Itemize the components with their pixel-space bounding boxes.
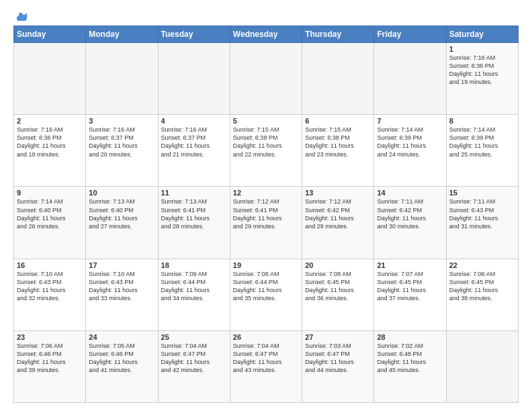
- day-number: 9: [17, 189, 83, 197]
- day-number: 21: [377, 261, 443, 269]
- calendar-cell: [374, 43, 446, 115]
- day-info: Sunrise: 7:13 AM Sunset: 6:41 PM Dayligh…: [161, 197, 227, 230]
- day-number: 18: [161, 261, 227, 269]
- day-number: 12: [233, 189, 299, 197]
- day-info: Sunrise: 7:02 AM Sunset: 6:48 PM Dayligh…: [377, 342, 443, 375]
- day-info: Sunrise: 7:06 AM Sunset: 6:46 PM Dayligh…: [17, 342, 83, 375]
- week-row-3: 9Sunrise: 7:14 AM Sunset: 6:40 PM Daylig…: [14, 187, 519, 259]
- day-number: 16: [17, 261, 83, 269]
- week-row-4: 16Sunrise: 7:10 AM Sunset: 6:43 PM Dayli…: [14, 259, 519, 330]
- calendar-cell: [14, 43, 86, 115]
- calendar-cell: 13Sunrise: 7:12 AM Sunset: 6:42 PM Dayli…: [302, 187, 374, 259]
- page: SundayMondayTuesdayWednesdayThursdayFrid…: [0, 0, 532, 411]
- calendar-cell: 7Sunrise: 7:14 AM Sunset: 6:39 PM Daylig…: [374, 115, 446, 187]
- calendar-cell: 19Sunrise: 7:08 AM Sunset: 6:44 PM Dayli…: [230, 259, 302, 330]
- day-info: Sunrise: 7:10 AM Sunset: 6:43 PM Dayligh…: [89, 270, 154, 303]
- weekday-header-row: SundayMondayTuesdayWednesdayThursdayFrid…: [14, 26, 519, 43]
- day-number: 11: [161, 189, 227, 197]
- day-info: Sunrise: 7:16 AM Sunset: 6:36 PM Dayligh…: [449, 54, 515, 87]
- calendar-cell: [86, 43, 158, 115]
- weekday-header-monday: Monday: [86, 26, 158, 43]
- day-info: Sunrise: 7:16 AM Sunset: 6:37 PM Dayligh…: [89, 126, 154, 158]
- calendar-cell: 20Sunrise: 7:08 AM Sunset: 6:45 PM Dayli…: [302, 259, 374, 330]
- calendar-cell: 17Sunrise: 7:10 AM Sunset: 6:43 PM Dayli…: [86, 259, 158, 330]
- day-number: 1: [449, 45, 515, 53]
- week-row-5: 23Sunrise: 7:06 AM Sunset: 6:46 PM Dayli…: [14, 330, 519, 402]
- calendar-cell: [446, 330, 518, 402]
- calendar-cell: 4Sunrise: 7:16 AM Sunset: 6:37 PM Daylig…: [158, 115, 230, 187]
- calendar-cell: 26Sunrise: 7:04 AM Sunset: 6:47 PM Dayli…: [230, 330, 302, 402]
- day-info: Sunrise: 7:11 AM Sunset: 6:42 PM Dayligh…: [377, 197, 443, 230]
- calendar-cell: 3Sunrise: 7:16 AM Sunset: 6:37 PM Daylig…: [86, 115, 158, 187]
- day-number: 26: [233, 333, 299, 341]
- day-info: Sunrise: 7:11 AM Sunset: 6:43 PM Dayligh…: [449, 197, 515, 230]
- day-number: 25: [161, 333, 227, 341]
- day-number: 3: [89, 117, 154, 125]
- day-number: 20: [305, 261, 371, 269]
- week-row-2: 2Sunrise: 7:16 AM Sunset: 6:36 PM Daylig…: [14, 115, 519, 187]
- day-info: Sunrise: 7:14 AM Sunset: 6:39 PM Dayligh…: [449, 126, 515, 158]
- calendar-cell: 6Sunrise: 7:15 AM Sunset: 6:38 PM Daylig…: [302, 115, 374, 187]
- weekday-header-tuesday: Tuesday: [158, 26, 230, 43]
- calendar-cell: 11Sunrise: 7:13 AM Sunset: 6:41 PM Dayli…: [158, 187, 230, 259]
- day-info: Sunrise: 7:16 AM Sunset: 6:36 PM Dayligh…: [17, 126, 83, 158]
- calendar-cell: 5Sunrise: 7:15 AM Sunset: 6:38 PM Daylig…: [230, 115, 302, 187]
- day-number: 13: [305, 189, 371, 197]
- day-info: Sunrise: 7:14 AM Sunset: 6:39 PM Dayligh…: [377, 126, 443, 158]
- calendar-cell: 15Sunrise: 7:11 AM Sunset: 6:43 PM Dayli…: [446, 187, 518, 259]
- weekday-header-wednesday: Wednesday: [230, 26, 302, 43]
- calendar-cell: 22Sunrise: 7:06 AM Sunset: 6:45 PM Dayli…: [446, 259, 518, 330]
- calendar-cell: 28Sunrise: 7:02 AM Sunset: 6:48 PM Dayli…: [374, 330, 446, 402]
- weekday-header-thursday: Thursday: [302, 26, 374, 43]
- day-info: Sunrise: 7:15 AM Sunset: 6:38 PM Dayligh…: [305, 126, 371, 158]
- day-number: 28: [377, 333, 443, 341]
- day-info: Sunrise: 7:05 AM Sunset: 6:46 PM Dayligh…: [89, 342, 154, 375]
- day-number: 23: [17, 333, 83, 341]
- week-row-1: 1Sunrise: 7:16 AM Sunset: 6:36 PM Daylig…: [14, 43, 519, 115]
- logo: [13, 12, 27, 20]
- day-number: 6: [305, 117, 371, 125]
- weekday-header-friday: Friday: [374, 26, 446, 43]
- day-number: 24: [89, 333, 154, 341]
- calendar: SundayMondayTuesdayWednesdayThursdayFrid…: [13, 26, 519, 403]
- day-number: 10: [89, 189, 154, 197]
- day-info: Sunrise: 7:14 AM Sunset: 6:40 PM Dayligh…: [17, 197, 83, 230]
- calendar-cell: [158, 43, 230, 115]
- calendar-cell: 12Sunrise: 7:12 AM Sunset: 6:41 PM Dayli…: [230, 187, 302, 259]
- day-info: Sunrise: 7:12 AM Sunset: 6:42 PM Dayligh…: [305, 197, 371, 230]
- day-number: 8: [449, 117, 515, 125]
- day-info: Sunrise: 7:08 AM Sunset: 6:45 PM Dayligh…: [305, 270, 371, 303]
- day-info: Sunrise: 7:10 AM Sunset: 6:43 PM Dayligh…: [17, 270, 83, 303]
- day-info: Sunrise: 7:15 AM Sunset: 6:38 PM Dayligh…: [233, 126, 299, 158]
- day-info: Sunrise: 7:13 AM Sunset: 6:40 PM Dayligh…: [89, 197, 154, 230]
- day-number: 5: [233, 117, 299, 125]
- day-info: Sunrise: 7:04 AM Sunset: 6:47 PM Dayligh…: [161, 342, 227, 375]
- day-number: 4: [161, 117, 227, 125]
- day-info: Sunrise: 7:04 AM Sunset: 6:47 PM Dayligh…: [233, 342, 299, 375]
- calendar-cell: 24Sunrise: 7:05 AM Sunset: 6:46 PM Dayli…: [86, 330, 158, 402]
- day-number: 19: [233, 261, 299, 269]
- day-info: Sunrise: 7:06 AM Sunset: 6:45 PM Dayligh…: [449, 270, 515, 303]
- weekday-header-sunday: Sunday: [14, 26, 86, 43]
- calendar-cell: 16Sunrise: 7:10 AM Sunset: 6:43 PM Dayli…: [14, 259, 86, 330]
- calendar-cell: 25Sunrise: 7:04 AM Sunset: 6:47 PM Dayli…: [158, 330, 230, 402]
- day-number: 27: [305, 333, 371, 341]
- day-number: 14: [377, 189, 443, 197]
- day-number: 17: [89, 261, 154, 269]
- day-info: Sunrise: 7:16 AM Sunset: 6:37 PM Dayligh…: [161, 126, 227, 158]
- calendar-cell: 9Sunrise: 7:14 AM Sunset: 6:40 PM Daylig…: [14, 187, 86, 259]
- calendar-cell: 10Sunrise: 7:13 AM Sunset: 6:40 PM Dayli…: [86, 187, 158, 259]
- calendar-cell: [230, 43, 302, 115]
- calendar-cell: 14Sunrise: 7:11 AM Sunset: 6:42 PM Dayli…: [374, 187, 446, 259]
- weekday-header-saturday: Saturday: [446, 26, 518, 43]
- calendar-cell: 8Sunrise: 7:14 AM Sunset: 6:39 PM Daylig…: [446, 115, 518, 187]
- calendar-cell: 21Sunrise: 7:07 AM Sunset: 6:45 PM Dayli…: [374, 259, 446, 330]
- calendar-cell: 2Sunrise: 7:16 AM Sunset: 6:36 PM Daylig…: [14, 115, 86, 187]
- day-info: Sunrise: 7:07 AM Sunset: 6:45 PM Dayligh…: [377, 270, 443, 303]
- calendar-cell: 23Sunrise: 7:06 AM Sunset: 6:46 PM Dayli…: [14, 330, 86, 402]
- day-number: 7: [377, 117, 443, 125]
- logo-icon: [15, 11, 27, 23]
- day-number: 15: [449, 189, 515, 197]
- calendar-cell: 27Sunrise: 7:03 AM Sunset: 6:47 PM Dayli…: [302, 330, 374, 402]
- day-number: 2: [17, 117, 83, 125]
